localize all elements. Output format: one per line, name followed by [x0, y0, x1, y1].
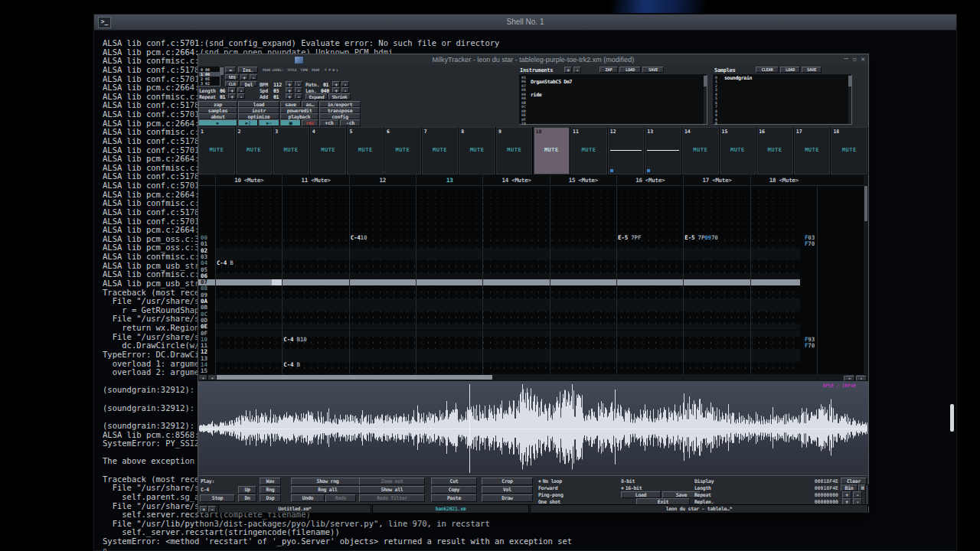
show-all-button[interactable]: Show all	[359, 486, 425, 494]
stop-button[interactable]: ■	[280, 119, 301, 126]
sample-load-file-button[interactable]: Load	[621, 491, 661, 498]
sample-save-button[interactable]: SAVE	[802, 67, 822, 73]
pattern-row[interactable]	[215, 260, 800, 266]
pattern-cell[interactable]: E-5 7P0970	[684, 235, 747, 241]
play-from-button[interactable]: ▶-	[259, 119, 279, 126]
scroll-left-icon[interactable]: ◂	[207, 374, 217, 380]
channel-mute-button[interactable]: 15MUTE	[720, 127, 757, 174]
maximize-button[interactable]: ▫	[853, 55, 857, 63]
channel-mute-button[interactable]: 8MUTE	[459, 127, 496, 174]
delete-button[interactable]: Del	[240, 81, 257, 86]
channel-mute-button[interactable]: 14MUTE	[682, 127, 720, 174]
pattern-vertical-scrollbar[interactable]	[864, 175, 868, 374]
pattern-row[interactable]	[215, 273, 800, 279]
terminal-titlebar[interactable]: >_ Shell No. 1	[94, 15, 956, 31]
sample-clear-button[interactable]: CLEAR	[756, 67, 779, 73]
optimize-button[interactable]: optimize	[238, 113, 279, 119]
record-button[interactable]: rec	[302, 119, 318, 126]
play-button[interactable]: ▶	[198, 119, 237, 126]
pattern-cell[interactable]: C-410	[351, 235, 413, 241]
sub-channel-button[interactable]: -ch	[340, 119, 361, 126]
pattern-grid[interactable]: 000102030405060708090A0B0C0D0E0F10111213…	[198, 185, 864, 374]
loop-option-ping-pong[interactable]: Ping-pong	[538, 492, 564, 498]
sample-stop-button[interactable]: Stop	[200, 494, 235, 502]
channel-mute-button[interactable]: 16MUTE	[756, 127, 794, 174]
pattern-row[interactable]	[215, 356, 800, 362]
channel-mute-button[interactable]: 3MUTE	[273, 127, 310, 174]
instrument-minus-button[interactable]: -	[573, 67, 581, 73]
poweredit-button[interactable]: poweredit	[280, 107, 318, 113]
document-tab[interactable]: leon du star - tablele…*	[530, 505, 868, 513]
sample-name[interactable]: soundgrain	[724, 75, 752, 81]
order-scrollbar[interactable]	[220, 67, 224, 86]
repeat-plus-button[interactable]: +	[842, 491, 851, 498]
pattern-channel-header[interactable]: 17 <Mute>	[683, 175, 750, 184]
pattern-minus-button[interactable]: -	[341, 81, 349, 86]
pattern-row[interactable]	[215, 279, 800, 285]
instrument-list[interactable]: 0506OrganStabC5 Dm7070809ride0A0B0C0D0E0…	[519, 74, 707, 125]
list-scrollbar[interactable]	[704, 75, 707, 124]
pattern-row[interactable]	[215, 298, 800, 305]
add-tab-button[interactable]: +	[200, 506, 207, 512]
channel-mute-button[interactable]: 12	[608, 127, 645, 174]
instrument-load-button[interactable]: LOAD	[619, 67, 641, 73]
sample-waveform[interactable]: 8F5E / 18F4E ◂▸	[198, 380, 868, 476]
scrollbar-thumb[interactable]	[704, 76, 707, 86]
pattern-row[interactable]	[215, 285, 800, 292]
pattern-row[interactable]	[215, 349, 800, 355]
instr-button[interactable]: instr	[238, 107, 279, 113]
wav-button[interactable]: Wav	[260, 478, 281, 485]
playback-button[interactable]: playback	[280, 113, 318, 119]
pattern-channel-header[interactable]: 11 <Mute>	[282, 175, 348, 184]
pattern-channel-header[interactable]: 18 <Mute>	[750, 175, 817, 184]
bin-button[interactable]: Bin	[841, 484, 858, 491]
add-plus-button[interactable]: +	[286, 93, 293, 99]
samples-button[interactable]: samples	[198, 107, 237, 113]
seq-button[interactable]: SEQ	[225, 74, 239, 80]
pattern-cell[interactable]: E-5 7PF	[618, 235, 681, 241]
instrument-name[interactable]: ride	[531, 92, 541, 98]
instrument-save-button[interactable]: SAVE	[642, 67, 664, 73]
instrument-plus-button[interactable]: +	[564, 67, 572, 73]
repeat-minus-button[interactable]: -	[853, 491, 862, 498]
channel-mute-button[interactable]: 18MUTE	[831, 127, 868, 174]
redo-filter-button[interactable]: Redo filter	[359, 494, 425, 502]
bit-option-8-bit[interactable]: 8-bit	[621, 478, 635, 484]
pattern-row[interactable]	[215, 267, 800, 273]
wave-scroll-right-icon[interactable]: ▸	[856, 376, 867, 381]
about-button[interactable]: about	[198, 113, 237, 119]
scroll-left-icon[interactable]: ◂	[198, 374, 207, 380]
range-all-button[interactable]: Rng all	[291, 486, 364, 494]
channel-mute-button[interactable]: 7MUTE	[422, 127, 459, 174]
patlen-minus-button[interactable]: -	[341, 87, 349, 93]
loop-option-forward[interactable]: Forward	[538, 485, 557, 491]
pattern-cell[interactable]: F70	[752, 241, 815, 247]
scrollbar-thumb[interactable]	[848, 76, 851, 86]
pattern-channel-header[interactable]: 10 <Mute>	[215, 175, 282, 184]
length-plus-button[interactable]: +	[228, 87, 236, 93]
octave-up-button[interactable]: Up	[238, 486, 256, 494]
pattern-row[interactable]	[215, 311, 800, 318]
sample-list[interactable]: 0soundgrain123456789AB	[713, 74, 852, 125]
save-as-button[interactable]: as…	[302, 101, 318, 107]
pattern-row[interactable]	[215, 318, 800, 324]
load-button[interactable]: load	[238, 101, 279, 107]
pattern-channel-header[interactable]: 15 <Mute>	[550, 175, 616, 184]
pattern-row[interactable]	[215, 343, 800, 349]
pattern-row[interactable]	[215, 368, 800, 374]
list-scrollbar[interactable]	[848, 75, 851, 124]
repeat-minus-button[interactable]: -	[237, 93, 245, 99]
pattern-cell[interactable]: C-4 B	[283, 362, 346, 368]
pattern-cell[interactable]: C-4 B10	[283, 337, 346, 343]
channel-mute-button[interactable]: 4MUTE	[310, 127, 348, 174]
expand-button[interactable]: Expand	[305, 93, 328, 99]
pattern-cell[interactable]: C-4 B	[217, 260, 279, 266]
volume-button[interactable]: Vol	[482, 486, 533, 494]
pattern-row[interactable]	[215, 254, 800, 260]
transpose-button[interactable]: transpose	[319, 107, 361, 113]
config-button[interactable]: config	[319, 113, 361, 119]
channel-mute-button[interactable]: 11MUTE	[570, 127, 608, 174]
add-channel-button[interactable]: +ch	[319, 119, 339, 126]
channel-mute-button[interactable]: 17MUTE	[794, 127, 831, 174]
pattern-row[interactable]	[215, 292, 800, 298]
